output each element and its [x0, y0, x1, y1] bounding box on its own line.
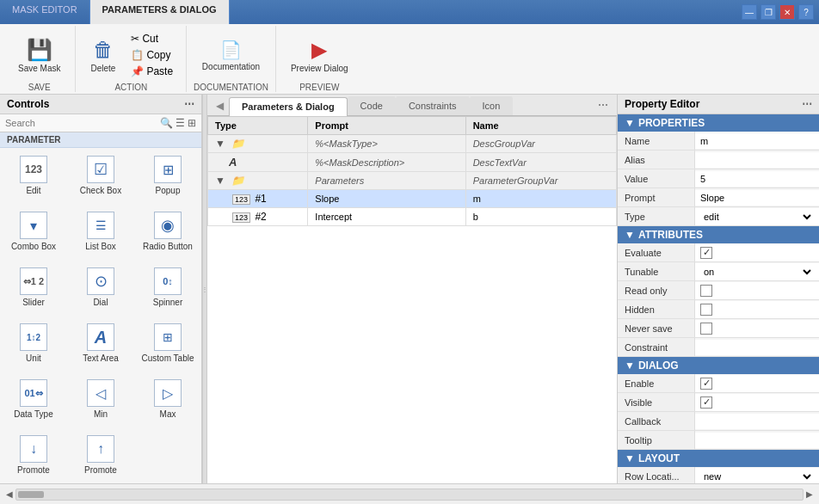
close-btn[interactable]: ✕	[779, 4, 795, 20]
paste-icon: 📌	[131, 65, 144, 77]
documentation-button[interactable]: 📄 Documentation	[194, 29, 268, 81]
minimize-btn[interactable]: —	[742, 4, 757, 20]
prop-input-alias[interactable]	[700, 155, 814, 165]
save-mask-button[interactable]: 💾 Save Mask	[10, 29, 68, 81]
row-type: A	[208, 153, 308, 172]
delete-button[interactable]: 🗑 Delete	[83, 29, 123, 81]
tab-parameters-dialog[interactable]: PARAMETERS & DIALOG	[90, 0, 230, 24]
paste-button[interactable]: 📌 Paste	[125, 64, 179, 79]
prop-value-evaluate[interactable]	[695, 244, 819, 261]
control-promote-up[interactable]: ↑ Promote	[67, 427, 134, 483]
layout-section-label: LAYOUT	[638, 452, 680, 464]
prop-checkbox-hidden[interactable]	[700, 304, 712, 316]
prop-value-visible[interactable]	[695, 394, 819, 411]
table-row[interactable]: 123 #2 Intercept b	[208, 208, 617, 226]
list-view-icon[interactable]: ☰	[176, 117, 185, 129]
prop-value-alias[interactable]	[695, 152, 819, 168]
prop-checkbox-never-save[interactable]	[700, 323, 712, 335]
control-unit[interactable]: 1↕2 Unit	[0, 316, 67, 372]
grid-view-icon[interactable]: ⊞	[188, 117, 196, 129]
prop-value-tooltip[interactable]	[695, 433, 819, 448]
prop-value-prompt[interactable]	[695, 190, 819, 206]
control-list-box[interactable]: ☰ List Box	[67, 204, 134, 260]
center-panel-menu[interactable]: ⋯	[593, 99, 613, 111]
dialog-collapse-icon[interactable]: ▼	[625, 360, 635, 372]
prop-input-value[interactable]	[700, 174, 814, 184]
control-text-area[interactable]: A Text Area	[67, 316, 134, 372]
horizontal-scrollbar[interactable]	[15, 489, 804, 501]
prop-input-prompt[interactable]	[700, 193, 814, 203]
control-dial[interactable]: ⊙ Dial	[67, 260, 134, 316]
scroll-right-arrow[interactable]: ▶	[804, 489, 816, 499]
scroll-thumb[interactable]	[18, 491, 44, 498]
table-row[interactable]: A %<MaskDescription> DescTextVar	[208, 153, 617, 172]
control-data-type[interactable]: 01⇔ Data Type	[0, 372, 67, 427]
prop-value-type[interactable]: edit popup slider	[695, 208, 819, 225]
attributes-collapse-icon[interactable]: ▼	[625, 229, 635, 241]
control-custom-table[interactable]: ⊞ Custom Table	[134, 316, 201, 372]
prop-value-tunable[interactable]: on off	[695, 263, 819, 280]
search-icon[interactable]: 🔍	[160, 117, 173, 129]
control-popup[interactable]: ⊞ Popup	[134, 148, 201, 204]
control-check-box[interactable]: ☑ Check Box	[67, 148, 134, 204]
tab-parameters-dialog[interactable]: Parameters & Dialog	[229, 97, 348, 116]
prop-value-enable[interactable]	[695, 375, 819, 392]
search-input[interactable]	[5, 118, 157, 128]
prop-checkbox-readonly[interactable]	[700, 285, 712, 297]
prop-value-row-location[interactable]: new same	[695, 468, 819, 484]
prop-input-name[interactable]	[700, 136, 814, 146]
scroll-left-arrow[interactable]: ◀	[3, 489, 15, 499]
prop-select-tunable[interactable]: on off	[700, 266, 814, 278]
control-max[interactable]: ▷ Max	[134, 372, 201, 427]
row-name: DescTextVar	[465, 153, 616, 172]
text-area-label: Text Area	[83, 353, 119, 364]
copy-button[interactable]: 📋 Copy	[125, 47, 179, 63]
prop-checkbox-evaluate[interactable]	[700, 247, 712, 259]
preview-dialog-label: Preview Dialog	[291, 64, 348, 73]
prop-value-value[interactable]	[695, 171, 819, 187]
tab-code[interactable]: Code	[348, 96, 396, 115]
control-combo-box[interactable]: ▾ Combo Box	[0, 204, 67, 260]
prop-checkbox-enable[interactable]	[700, 378, 712, 390]
control-promote-down[interactable]: ↓ Promote	[0, 427, 67, 483]
preview-dialog-button[interactable]: ▶ Preview Dialog	[283, 29, 356, 81]
prop-input-tooltip[interactable]	[700, 435, 814, 446]
prop-value-readonly[interactable]	[695, 282, 819, 299]
custom-table-label: Custom Table	[142, 353, 194, 364]
prop-row-type: Type edit popup slider	[618, 207, 819, 226]
tab-icon-tab[interactable]: Icon	[470, 96, 514, 115]
prop-checkbox-visible[interactable]	[700, 396, 712, 409]
tab-constraints[interactable]: Constraints	[396, 96, 470, 115]
property-editor-header: Property Editor ⋯	[618, 95, 819, 114]
table-row[interactable]: 123 #1 Slope m	[208, 190, 617, 208]
control-spinner[interactable]: 0↕ Spinner	[134, 260, 201, 316]
panel-menu-icon[interactable]: ⋯	[184, 98, 194, 110]
cut-button[interactable]: ✂ Cut	[125, 31, 179, 46]
prop-input-constraint[interactable]	[700, 342, 814, 353]
restore-btn[interactable]: ❐	[760, 4, 776, 20]
properties-collapse-icon[interactable]: ▼	[625, 117, 635, 129]
prop-value-name[interactable]	[695, 133, 819, 149]
prop-select-type[interactable]: edit popup slider	[700, 211, 814, 223]
control-min[interactable]: ◁ Min	[67, 372, 134, 427]
layout-collapse-icon[interactable]: ▼	[625, 452, 635, 464]
prop-label-row-location: Row Locati...	[618, 467, 695, 483]
table-row[interactable]: ▼ 📁 Parameters ParameterGroupVar	[208, 172, 617, 190]
prop-value-hidden[interactable]	[695, 301, 819, 318]
prop-value-callback[interactable]	[695, 414, 819, 429]
prop-select-row-location[interactable]: new same	[700, 470, 814, 482]
property-editor-menu[interactable]: ⋯	[802, 98, 812, 110]
popup-label: Popup	[156, 186, 181, 196]
expand-icon[interactable]: ▼	[215, 175, 225, 187]
paste-label: Paste	[146, 65, 173, 77]
control-slider[interactable]: ⇔1 2 Slider	[0, 260, 67, 316]
control-radio-button[interactable]: ◉ Radio Button	[134, 204, 201, 260]
expand-icon[interactable]: ▼	[215, 138, 225, 150]
prop-value-never-save[interactable]	[695, 320, 819, 337]
control-edit[interactable]: 123 Edit	[0, 148, 67, 204]
prop-input-callback[interactable]	[700, 416, 814, 427]
help-btn[interactable]: ?	[798, 4, 814, 20]
tab-mask-editor[interactable]: MASK EDITOR	[0, 0, 90, 24]
prop-value-constraint[interactable]	[695, 340, 819, 355]
table-row[interactable]: ▼ 📁 %<MaskType> DescGroupVar	[208, 135, 617, 153]
